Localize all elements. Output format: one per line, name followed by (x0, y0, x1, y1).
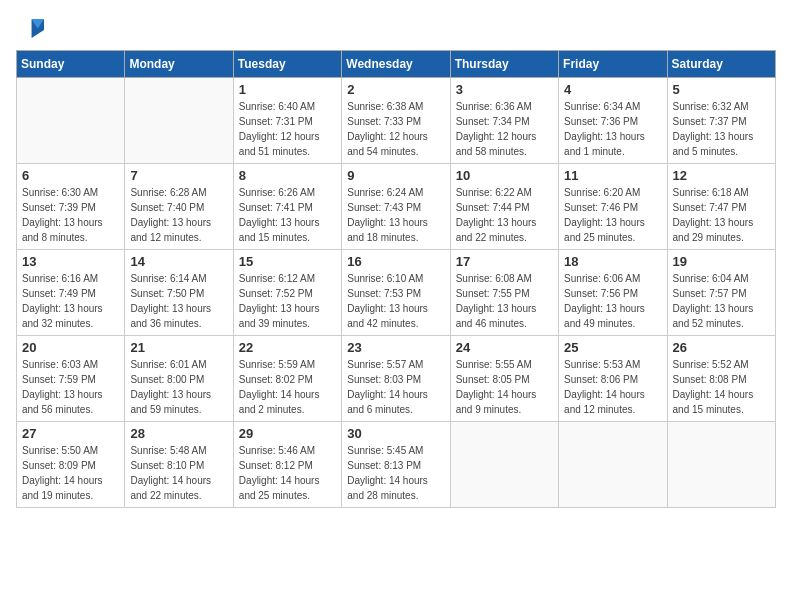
page-header (16, 16, 776, 38)
day-info: Sunrise: 6:32 AMSunset: 7:37 PMDaylight:… (673, 99, 770, 159)
day-info: Sunrise: 5:55 AMSunset: 8:05 PMDaylight:… (456, 357, 553, 417)
logo-icon (16, 16, 44, 38)
calendar-cell: 6Sunrise: 6:30 AMSunset: 7:39 PMDaylight… (17, 164, 125, 250)
calendar-cell: 29Sunrise: 5:46 AMSunset: 8:12 PMDayligh… (233, 422, 341, 508)
calendar-cell: 22Sunrise: 5:59 AMSunset: 8:02 PMDayligh… (233, 336, 341, 422)
day-number: 20 (22, 340, 119, 355)
day-info: Sunrise: 6:38 AMSunset: 7:33 PMDaylight:… (347, 99, 444, 159)
day-number: 5 (673, 82, 770, 97)
calendar-cell: 24Sunrise: 5:55 AMSunset: 8:05 PMDayligh… (450, 336, 558, 422)
day-info: Sunrise: 6:03 AMSunset: 7:59 PMDaylight:… (22, 357, 119, 417)
day-info: Sunrise: 6:04 AMSunset: 7:57 PMDaylight:… (673, 271, 770, 331)
day-info: Sunrise: 6:20 AMSunset: 7:46 PMDaylight:… (564, 185, 661, 245)
day-number: 12 (673, 168, 770, 183)
calendar-week-row: 20Sunrise: 6:03 AMSunset: 7:59 PMDayligh… (17, 336, 776, 422)
day-info: Sunrise: 6:22 AMSunset: 7:44 PMDaylight:… (456, 185, 553, 245)
calendar-cell: 20Sunrise: 6:03 AMSunset: 7:59 PMDayligh… (17, 336, 125, 422)
day-info: Sunrise: 5:52 AMSunset: 8:08 PMDaylight:… (673, 357, 770, 417)
day-number: 18 (564, 254, 661, 269)
calendar-weekday-header: Wednesday (342, 51, 450, 78)
day-info: Sunrise: 5:46 AMSunset: 8:12 PMDaylight:… (239, 443, 336, 503)
day-info: Sunrise: 6:10 AMSunset: 7:53 PMDaylight:… (347, 271, 444, 331)
day-info: Sunrise: 5:59 AMSunset: 8:02 PMDaylight:… (239, 357, 336, 417)
calendar-week-row: 27Sunrise: 5:50 AMSunset: 8:09 PMDayligh… (17, 422, 776, 508)
calendar-cell: 9Sunrise: 6:24 AMSunset: 7:43 PMDaylight… (342, 164, 450, 250)
day-info: Sunrise: 6:01 AMSunset: 8:00 PMDaylight:… (130, 357, 227, 417)
day-number: 6 (22, 168, 119, 183)
day-number: 25 (564, 340, 661, 355)
calendar-cell: 7Sunrise: 6:28 AMSunset: 7:40 PMDaylight… (125, 164, 233, 250)
day-number: 1 (239, 82, 336, 97)
day-info: Sunrise: 6:16 AMSunset: 7:49 PMDaylight:… (22, 271, 119, 331)
day-number: 30 (347, 426, 444, 441)
calendar-cell: 2Sunrise: 6:38 AMSunset: 7:33 PMDaylight… (342, 78, 450, 164)
calendar-cell: 8Sunrise: 6:26 AMSunset: 7:41 PMDaylight… (233, 164, 341, 250)
calendar-cell: 10Sunrise: 6:22 AMSunset: 7:44 PMDayligh… (450, 164, 558, 250)
day-info: Sunrise: 6:08 AMSunset: 7:55 PMDaylight:… (456, 271, 553, 331)
calendar-weekday-header: Tuesday (233, 51, 341, 78)
day-info: Sunrise: 6:28 AMSunset: 7:40 PMDaylight:… (130, 185, 227, 245)
calendar-cell: 11Sunrise: 6:20 AMSunset: 7:46 PMDayligh… (559, 164, 667, 250)
day-number: 8 (239, 168, 336, 183)
calendar-week-row: 6Sunrise: 6:30 AMSunset: 7:39 PMDaylight… (17, 164, 776, 250)
calendar-cell: 4Sunrise: 6:34 AMSunset: 7:36 PMDaylight… (559, 78, 667, 164)
day-number: 29 (239, 426, 336, 441)
day-number: 26 (673, 340, 770, 355)
calendar-week-row: 1Sunrise: 6:40 AMSunset: 7:31 PMDaylight… (17, 78, 776, 164)
day-info: Sunrise: 6:06 AMSunset: 7:56 PMDaylight:… (564, 271, 661, 331)
calendar-cell: 28Sunrise: 5:48 AMSunset: 8:10 PMDayligh… (125, 422, 233, 508)
day-number: 4 (564, 82, 661, 97)
day-number: 3 (456, 82, 553, 97)
day-number: 11 (564, 168, 661, 183)
day-number: 10 (456, 168, 553, 183)
calendar-cell: 3Sunrise: 6:36 AMSunset: 7:34 PMDaylight… (450, 78, 558, 164)
day-number: 21 (130, 340, 227, 355)
calendar-cell: 27Sunrise: 5:50 AMSunset: 8:09 PMDayligh… (17, 422, 125, 508)
calendar-weekday-header: Saturday (667, 51, 775, 78)
day-number: 28 (130, 426, 227, 441)
calendar-cell (450, 422, 558, 508)
calendar-cell (559, 422, 667, 508)
calendar: SundayMondayTuesdayWednesdayThursdayFrid… (16, 50, 776, 508)
day-number: 23 (347, 340, 444, 355)
day-info: Sunrise: 5:57 AMSunset: 8:03 PMDaylight:… (347, 357, 444, 417)
calendar-cell: 21Sunrise: 6:01 AMSunset: 8:00 PMDayligh… (125, 336, 233, 422)
day-info: Sunrise: 6:14 AMSunset: 7:50 PMDaylight:… (130, 271, 227, 331)
day-number: 27 (22, 426, 119, 441)
day-info: Sunrise: 5:50 AMSunset: 8:09 PMDaylight:… (22, 443, 119, 503)
calendar-cell: 15Sunrise: 6:12 AMSunset: 7:52 PMDayligh… (233, 250, 341, 336)
calendar-cell: 18Sunrise: 6:06 AMSunset: 7:56 PMDayligh… (559, 250, 667, 336)
calendar-cell: 19Sunrise: 6:04 AMSunset: 7:57 PMDayligh… (667, 250, 775, 336)
day-number: 22 (239, 340, 336, 355)
day-info: Sunrise: 6:18 AMSunset: 7:47 PMDaylight:… (673, 185, 770, 245)
calendar-cell: 1Sunrise: 6:40 AMSunset: 7:31 PMDaylight… (233, 78, 341, 164)
calendar-weekday-header: Thursday (450, 51, 558, 78)
day-number: 14 (130, 254, 227, 269)
calendar-header-row: SundayMondayTuesdayWednesdayThursdayFrid… (17, 51, 776, 78)
day-info: Sunrise: 5:45 AMSunset: 8:13 PMDaylight:… (347, 443, 444, 503)
calendar-weekday-header: Friday (559, 51, 667, 78)
calendar-cell: 26Sunrise: 5:52 AMSunset: 8:08 PMDayligh… (667, 336, 775, 422)
day-info: Sunrise: 6:30 AMSunset: 7:39 PMDaylight:… (22, 185, 119, 245)
calendar-cell: 14Sunrise: 6:14 AMSunset: 7:50 PMDayligh… (125, 250, 233, 336)
calendar-cell: 23Sunrise: 5:57 AMSunset: 8:03 PMDayligh… (342, 336, 450, 422)
day-number: 15 (239, 254, 336, 269)
day-info: Sunrise: 5:48 AMSunset: 8:10 PMDaylight:… (130, 443, 227, 503)
day-info: Sunrise: 6:12 AMSunset: 7:52 PMDaylight:… (239, 271, 336, 331)
calendar-cell (667, 422, 775, 508)
calendar-weekday-header: Monday (125, 51, 233, 78)
calendar-cell: 16Sunrise: 6:10 AMSunset: 7:53 PMDayligh… (342, 250, 450, 336)
day-info: Sunrise: 6:36 AMSunset: 7:34 PMDaylight:… (456, 99, 553, 159)
day-number: 13 (22, 254, 119, 269)
day-info: Sunrise: 6:34 AMSunset: 7:36 PMDaylight:… (564, 99, 661, 159)
day-number: 2 (347, 82, 444, 97)
day-number: 9 (347, 168, 444, 183)
calendar-cell: 25Sunrise: 5:53 AMSunset: 8:06 PMDayligh… (559, 336, 667, 422)
day-info: Sunrise: 6:26 AMSunset: 7:41 PMDaylight:… (239, 185, 336, 245)
day-info: Sunrise: 6:24 AMSunset: 7:43 PMDaylight:… (347, 185, 444, 245)
calendar-cell (17, 78, 125, 164)
calendar-week-row: 13Sunrise: 6:16 AMSunset: 7:49 PMDayligh… (17, 250, 776, 336)
calendar-cell: 12Sunrise: 6:18 AMSunset: 7:47 PMDayligh… (667, 164, 775, 250)
calendar-cell: 5Sunrise: 6:32 AMSunset: 7:37 PMDaylight… (667, 78, 775, 164)
day-number: 24 (456, 340, 553, 355)
